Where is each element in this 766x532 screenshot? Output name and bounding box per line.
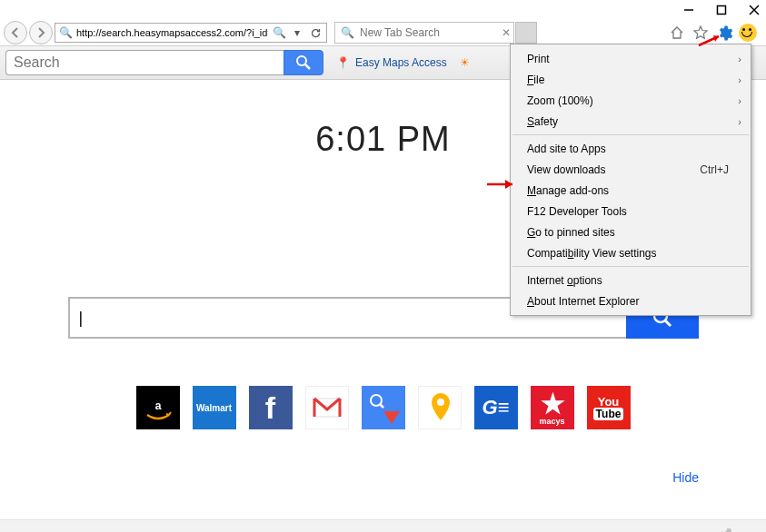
chevron-right-icon: ›	[738, 54, 741, 64]
chevron-right-icon: ›	[738, 116, 741, 127]
tile-macys-label: macys	[539, 417, 564, 426]
maps-pin-icon: 📍	[336, 56, 350, 69]
menu-internet-options[interactable]: Internet options	[511, 270, 751, 291]
toolbar-link-label: Easy Maps Access	[355, 56, 447, 69]
toolbar-search-input[interactable]	[5, 50, 284, 75]
tab-close-icon[interactable]: ✕	[502, 26, 511, 39]
menu-print[interactable]: Print›	[511, 48, 751, 69]
refresh-icon[interactable]	[308, 25, 323, 40]
tile-facebook[interactable]: f	[249, 386, 293, 429]
tile-gmail[interactable]	[305, 386, 349, 429]
tile-gasbuddy[interactable]: G≡	[474, 386, 518, 429]
feedback-smiley-icon[interactable]	[739, 24, 757, 42]
tab-search-icon: 🔍	[341, 26, 354, 39]
tile-maps[interactable]	[418, 386, 462, 429]
page-footer: Easy Maps Access Terms Privacy Uninstall…	[0, 519, 766, 532]
menu-separator	[512, 134, 749, 135]
annotation-arrow-addons	[485, 178, 518, 191]
svg-point-12	[437, 399, 444, 406]
chevron-right-icon: ›	[738, 95, 741, 106]
forward-button[interactable]	[29, 21, 53, 44]
menu-zoom[interactable]: Zoom (100%)›	[511, 90, 751, 111]
toolbar-link-maps[interactable]: 📍 Easy Maps Access	[336, 56, 447, 69]
menu-safety[interactable]: Safety›	[511, 111, 751, 132]
svg-marker-16	[505, 180, 512, 189]
svg-line-7	[665, 320, 671, 326]
browser-tab[interactable]: 🔍 ✕	[334, 22, 514, 44]
menu-about-ie[interactable]: About Internet Explorer	[511, 291, 751, 311]
footer-gear-icon[interactable]	[715, 527, 739, 533]
tile-google-maps[interactable]	[362, 386, 405, 429]
svg-line-5	[305, 64, 310, 69]
svg-line-11	[380, 404, 383, 408]
tile-youtube[interactable]: YouTube	[587, 386, 631, 429]
tools-menu: Print› File› Zoom (100%)› Safety› Add si…	[510, 44, 751, 316]
menu-pinned-sites[interactable]: Go to pinned sites	[511, 222, 751, 242]
chevron-right-icon: ›	[738, 74, 741, 85]
address-bar[interactable]: 🔍 🔍 ▾	[55, 23, 327, 43]
search-provider-icon: 🔍	[59, 26, 73, 39]
svg-point-4	[297, 56, 306, 65]
menu-separator	[512, 266, 749, 267]
menu-manage-addons[interactable]: Manage add-ons	[511, 180, 751, 201]
quick-tiles: a Walmart f G≡ macys YouTube	[0, 386, 766, 429]
new-tab-button[interactable]	[515, 22, 537, 44]
menu-f12[interactable]: F12 Developer Tools	[511, 201, 751, 222]
menu-compat-view[interactable]: Compatibility View settings	[511, 242, 751, 263]
tile-amazon[interactable]: a	[136, 386, 180, 429]
annotation-arrow-gear	[697, 33, 724, 49]
toolbar-search-button[interactable]	[284, 50, 323, 75]
menu-view-downloads[interactable]: View downloadsCtrl+J	[511, 159, 751, 180]
url-input[interactable]	[76, 27, 268, 38]
window-maximize[interactable]	[713, 2, 730, 18]
svg-text:a: a	[154, 399, 161, 412]
tab-search-input[interactable]	[360, 26, 496, 39]
search-icon[interactable]: 🔍	[272, 25, 286, 40]
svg-rect-1	[718, 6, 726, 15]
window-titlebar	[0, 0, 766, 20]
hide-link[interactable]: Hide	[672, 470, 699, 485]
toolbar-weather-icon[interactable]: ☀	[460, 56, 470, 69]
home-icon[interactable]	[668, 24, 686, 42]
menu-file[interactable]: File›	[511, 69, 751, 90]
shortcut-label: Ctrl+J	[700, 163, 729, 176]
menu-add-site[interactable]: Add site to Apps	[511, 138, 751, 159]
tile-macys[interactable]: macys	[531, 386, 574, 429]
tile-walmart[interactable]: Walmart	[193, 386, 236, 429]
window-minimize[interactable]	[681, 2, 697, 18]
back-button[interactable]	[4, 21, 27, 44]
dropdown-icon[interactable]: ▾	[290, 25, 304, 40]
browser-navbar: 🔍 🔍 ▾ 🔍 ✕	[0, 20, 766, 45]
window-close[interactable]	[746, 2, 762, 18]
